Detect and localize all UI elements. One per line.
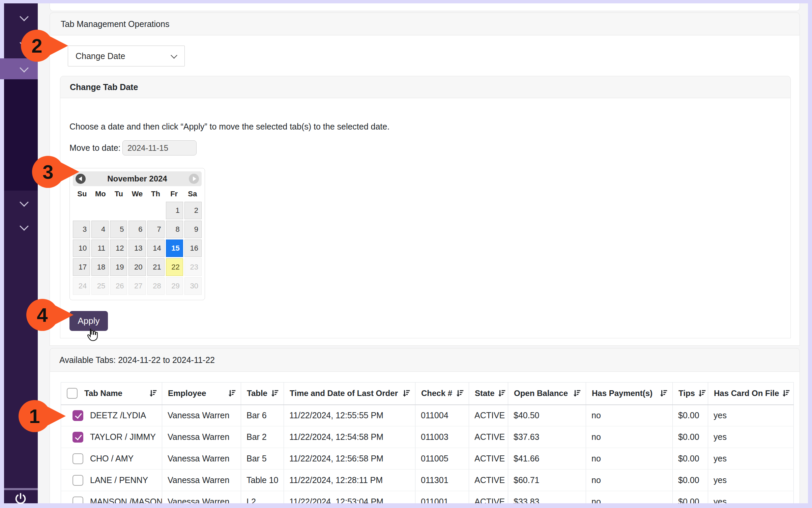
cell-open-balance: $60.71 xyxy=(508,470,586,491)
sort-icon[interactable] xyxy=(497,389,506,398)
select-all-checkbox[interactable] xyxy=(67,388,78,399)
cell-last-order: 11/22/2024, 12:54:58 PM xyxy=(284,426,415,448)
calendar-day-13[interactable]: 13 xyxy=(128,239,146,257)
sort-icon[interactable] xyxy=(270,389,279,398)
calendar-grid: 1234567891011121314151617181920212223242… xyxy=(73,202,202,295)
calendar-day-30: 30 xyxy=(184,277,202,295)
calendar-day-9[interactable]: 9 xyxy=(184,221,202,238)
calendar-day-4[interactable]: 4 xyxy=(91,221,109,238)
cell-has-payments: no xyxy=(586,470,673,491)
col-header-table[interactable]: Table xyxy=(241,383,284,405)
calendar-day-12[interactable]: 12 xyxy=(110,239,127,257)
cell-open-balance: $40.50 xyxy=(508,405,586,426)
cell-has-payments: no xyxy=(586,448,673,470)
calendar-day-19[interactable]: 19 xyxy=(110,258,127,276)
panel-title: Change Tab Date xyxy=(70,82,138,92)
calendar-empty-cell xyxy=(91,202,109,219)
sort-icon[interactable] xyxy=(573,389,581,398)
calendar-day-22[interactable]: 22 xyxy=(166,258,183,276)
cell-last-order: 11/22/2024, 12:55:55 PM xyxy=(284,405,415,426)
calendar-header: November 2024 xyxy=(73,171,202,186)
cell-check-no: 011301 xyxy=(415,470,469,491)
calendar-next-month-button[interactable] xyxy=(189,174,199,184)
callout-4: 4 xyxy=(26,299,74,331)
col-header-tips[interactable]: Tips xyxy=(673,383,708,405)
sort-icon[interactable] xyxy=(782,389,790,398)
cell-has-card: yes xyxy=(708,491,794,504)
calendar-day-14[interactable]: 14 xyxy=(147,239,165,257)
col-header-employee[interactable]: Employee xyxy=(162,383,241,405)
available-tabs-header: Available Tabs: 2024-11-22 to 2024-11-22 xyxy=(50,348,800,372)
sort-icon[interactable] xyxy=(402,389,411,398)
col-header-tab-name[interactable]: Tab Name xyxy=(61,383,162,405)
calendar-day-20[interactable]: 20 xyxy=(128,258,146,276)
col-header-check-[interactable]: Check # xyxy=(415,383,469,405)
calendar-day-18[interactable]: 18 xyxy=(91,258,109,276)
calendar-empty-cell xyxy=(110,202,127,219)
cell-has-card: yes xyxy=(708,426,794,448)
calendar-day-21[interactable]: 21 xyxy=(147,258,165,276)
datepicker-calendar: November 2024 SuMoTuWeThFrSa 12345678910… xyxy=(69,168,205,300)
calendar-day-15[interactable]: 15 xyxy=(166,239,183,257)
col-header-label: State xyxy=(475,389,495,398)
calendar-dow-th: Th xyxy=(146,190,165,198)
calendar-day-3[interactable]: 3 xyxy=(73,221,90,238)
table-header-row: Tab NameEmployeeTableTime and Date of La… xyxy=(61,383,794,405)
row-checkbox[interactable] xyxy=(72,497,83,504)
sort-icon[interactable] xyxy=(698,389,706,398)
col-header-has-card-on-file[interactable]: Has Card On File xyxy=(708,383,794,405)
sort-icon[interactable] xyxy=(659,389,668,398)
calendar-day-7[interactable]: 7 xyxy=(147,221,165,238)
calendar-empty-cell xyxy=(128,202,146,219)
cell-check-no: 011004 xyxy=(415,405,469,426)
col-header-state[interactable]: State xyxy=(469,383,508,405)
col-header-label: Has Card On File xyxy=(714,389,779,398)
table-row: LANE / PENNYVanessa WarrenTable 1011/22/… xyxy=(61,470,794,491)
instruction-text: Choose a date and then click “Apply” to … xyxy=(69,120,389,133)
chevron-down-icon[interactable] xyxy=(20,222,29,231)
row-checkbox[interactable] xyxy=(72,453,83,464)
calendar-day-11[interactable]: 11 xyxy=(91,239,109,257)
calendar-day-16[interactable]: 16 xyxy=(184,239,202,257)
cell-employee: Vanessa Warren xyxy=(162,470,241,491)
operation-select[interactable]: Change Date xyxy=(68,46,185,66)
chevron-down-icon[interactable] xyxy=(20,12,29,21)
move-to-date-input[interactable]: 2024-11-15 xyxy=(122,140,197,156)
row-checkbox[interactable] xyxy=(72,432,83,443)
col-header-has-payment-s-[interactable]: Has Payment(s) xyxy=(586,383,673,405)
cell-check-no: 011005 xyxy=(415,448,469,470)
calendar-day-2[interactable]: 2 xyxy=(184,202,202,219)
col-header-label: Tab Name xyxy=(84,389,122,398)
calendar-day-17[interactable]: 17 xyxy=(73,258,90,276)
cell-employee: Vanessa Warren xyxy=(162,426,241,448)
calendar-day-10[interactable]: 10 xyxy=(73,239,90,257)
cell-state: ACTIVE xyxy=(469,405,508,426)
callout-4-number: 4 xyxy=(26,299,58,331)
power-icon[interactable] xyxy=(13,492,28,506)
calendar-day-6[interactable]: 6 xyxy=(128,221,146,238)
calendar-dow-tu: Tu xyxy=(110,190,128,198)
calendar-day-5[interactable]: 5 xyxy=(110,221,127,238)
sort-icon[interactable] xyxy=(228,389,236,398)
cell-tab-name: TAYLOR / JIMMY xyxy=(61,426,162,448)
calendar-day-1[interactable]: 1 xyxy=(166,202,183,219)
calendar-day-29: 29 xyxy=(166,277,183,295)
calendar-dow-su: Su xyxy=(73,190,91,198)
col-header-time-and-date-of-last-order[interactable]: Time and Date of Last Order xyxy=(284,383,415,405)
chevron-down-icon[interactable] xyxy=(20,198,29,207)
row-checkbox[interactable] xyxy=(72,410,83,421)
row-checkbox[interactable] xyxy=(72,475,83,486)
cursor-pointer-icon xyxy=(84,327,99,343)
callout-3-number: 3 xyxy=(32,156,64,188)
sort-icon[interactable] xyxy=(149,389,157,398)
sort-icon[interactable] xyxy=(456,389,464,398)
col-header-open-balance[interactable]: Open Balance xyxy=(508,383,586,405)
cell-employee: Vanessa Warren xyxy=(162,405,241,426)
col-header-label: Table xyxy=(247,389,267,398)
operation-select-value: Change Date xyxy=(76,51,125,61)
page-title: Tab Management Operations xyxy=(61,19,169,29)
calendar-day-8[interactable]: 8 xyxy=(166,221,183,238)
previous-card-edge xyxy=(50,3,800,11)
calendar-dow-we: We xyxy=(128,190,147,198)
cell-employee: Vanessa Warren xyxy=(162,448,241,470)
